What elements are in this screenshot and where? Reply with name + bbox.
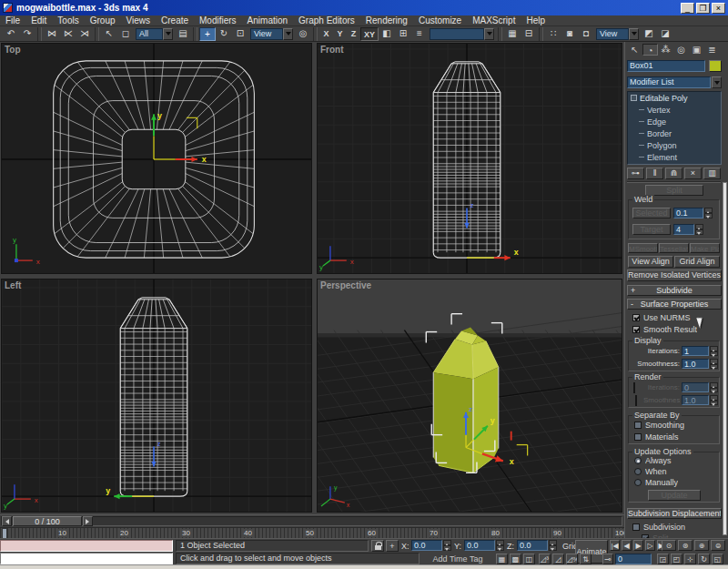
render-scene-icon[interactable]: ◙ bbox=[561, 27, 578, 41]
title-bar[interactable]: mogwaibottle.max - 3ds max 4 _ ❐ × bbox=[0, 0, 728, 15]
quick-render-icon[interactable]: ◩ bbox=[641, 27, 657, 41]
current-frame-field[interactable]: 0 bbox=[615, 554, 652, 564]
material-editor-icon[interactable]: ∷ bbox=[545, 27, 561, 41]
time-slider-track[interactable] bbox=[1, 516, 622, 526]
subdivision-checkbox[interactable] bbox=[632, 523, 640, 531]
stack-subobject-edge[interactable]: Edge bbox=[628, 116, 721, 127]
viewport-label-front[interactable]: Front bbox=[320, 45, 344, 55]
tab-modify-icon[interactable]: ◔ bbox=[642, 44, 658, 56]
arc-rotate-icon[interactable]: ↻ bbox=[698, 554, 710, 564]
use-nurms-checkbox[interactable] bbox=[632, 314, 640, 321]
viewport-front[interactable]: Front zxxy bbox=[317, 43, 622, 274]
smoothness-field[interactable]: 1.0 bbox=[682, 359, 709, 369]
rollout-collapse-icon[interactable]: - bbox=[631, 300, 633, 309]
smoothness-spinner[interactable] bbox=[710, 359, 718, 369]
smooth-result-row[interactable]: Smooth Result bbox=[632, 325, 697, 334]
viewport-label-top[interactable]: Top bbox=[5, 45, 21, 55]
array-icon[interactable]: ⊞ bbox=[395, 27, 411, 41]
unlink-icon[interactable]: ⋉ bbox=[60, 27, 76, 41]
update-manual-row[interactable]: Manually bbox=[634, 478, 678, 487]
make-unique-icon[interactable]: ⋒ bbox=[665, 168, 682, 179]
dropdown-arrow-icon[interactable] bbox=[163, 28, 173, 40]
menu-item-graph-editors[interactable]: Graph Editors bbox=[293, 15, 360, 25]
select-by-name-icon[interactable]: ▤ bbox=[175, 27, 191, 41]
when-radio[interactable] bbox=[634, 468, 642, 475]
menu-item-group[interactable]: Group bbox=[85, 15, 121, 25]
spinner-snap-icon[interactable]: ⇅ bbox=[580, 554, 592, 564]
viewport-perspective[interactable]: Perspective zyxyx bbox=[317, 279, 622, 513]
select-object-icon[interactable]: ↖ bbox=[101, 27, 117, 41]
restrict-z-button[interactable]: Z bbox=[347, 27, 360, 41]
restrict-x-button[interactable]: X bbox=[319, 27, 333, 41]
rollout-subdivide[interactable]: + Subdivide bbox=[627, 285, 722, 296]
coord-system-dropdown[interactable]: View bbox=[250, 28, 293, 40]
stack-subobject-border[interactable]: Border bbox=[628, 127, 721, 139]
zoom-all-icon[interactable]: ⊛ bbox=[678, 540, 693, 551]
iterations-spinner[interactable] bbox=[710, 346, 718, 356]
materials-row[interactable]: Materials bbox=[634, 432, 679, 442]
object-name-field[interactable]: Box01 bbox=[627, 60, 705, 72]
tab-utilities-icon[interactable]: ≣ bbox=[704, 44, 720, 56]
fov-icon[interactable]: ◰ bbox=[671, 554, 682, 564]
track-view-icon[interactable]: ▦ bbox=[504, 27, 521, 41]
update-always-row[interactable]: Always bbox=[634, 456, 672, 465]
viewport-label-perspective[interactable]: Perspective bbox=[320, 280, 371, 290]
time-slider-prev-icon[interactable] bbox=[2, 516, 12, 526]
smoothing-checkbox[interactable] bbox=[634, 422, 642, 429]
next-frame-icon[interactable]: ▷ bbox=[645, 540, 655, 551]
menu-item-rendering[interactable]: Rendering bbox=[360, 15, 413, 25]
select-move-icon[interactable]: + bbox=[199, 27, 216, 41]
percent-snap-icon[interactable]: ◿% bbox=[566, 554, 578, 564]
stack-subobject-vertex[interactable]: Vertex bbox=[628, 104, 721, 116]
y-coord-field[interactable]: 0.0 bbox=[464, 540, 495, 551]
angle-snap-icon[interactable]: ◿ bbox=[552, 554, 564, 564]
dropdown-arrow-icon[interactable] bbox=[629, 28, 639, 40]
select-link-icon[interactable]: ⋈ bbox=[44, 27, 60, 41]
panel-scrollbar[interactable] bbox=[723, 182, 727, 535]
menu-item-create[interactable]: Create bbox=[156, 15, 194, 25]
select-rotate-icon[interactable]: ↻ bbox=[216, 27, 232, 41]
menu-item-edit[interactable]: Edit bbox=[25, 15, 52, 25]
view-align-button[interactable]: View Align bbox=[628, 256, 673, 268]
remove-modifier-icon[interactable]: × bbox=[684, 168, 702, 179]
restrict-xy-button[interactable]: XY bbox=[360, 27, 379, 41]
tab-display-icon[interactable]: ▣ bbox=[689, 44, 704, 56]
maxscript-listener-field[interactable] bbox=[0, 553, 173, 564]
restore-button[interactable]: ❐ bbox=[696, 3, 710, 14]
selection-lock-button[interactable] bbox=[371, 540, 384, 552]
weld-selected-spinner[interactable] bbox=[704, 208, 713, 218]
menu-item-modifiers[interactable]: Modifiers bbox=[194, 15, 242, 25]
undo-icon[interactable]: ↶ bbox=[3, 27, 19, 41]
modifier-list-dropdown[interactable]: Modifier List bbox=[627, 76, 711, 88]
object-color-swatch[interactable] bbox=[709, 60, 722, 72]
perspective-viewport-canvas[interactable]: zyxyx bbox=[318, 279, 622, 512]
menu-item-maxscript[interactable]: MAXScript bbox=[467, 15, 521, 25]
render-region-icon[interactable]: ◪ bbox=[657, 27, 673, 41]
x-coord-field[interactable]: 0.0 bbox=[411, 540, 442, 551]
stack-subobject-element[interactable]: Element bbox=[628, 151, 721, 163]
z-coord-spinner[interactable] bbox=[549, 540, 557, 551]
pan-icon[interactable]: ⊹ bbox=[684, 554, 696, 564]
track-bar[interactable]: 102030405060708090100 bbox=[0, 527, 624, 538]
menu-item-file[interactable]: File bbox=[0, 15, 25, 25]
subdivision-row[interactable]: Subdivision bbox=[632, 523, 685, 532]
smoothing-row[interactable]: Smoothing bbox=[634, 421, 684, 430]
y-coord-spinner[interactable] bbox=[496, 540, 504, 551]
align-icon[interactable]: ≡ bbox=[411, 27, 428, 41]
use-nurms-row[interactable]: Use NURMS bbox=[632, 313, 691, 322]
tab-create-icon[interactable]: ↖ bbox=[627, 44, 642, 56]
rollout-expand-icon[interactable]: + bbox=[631, 286, 635, 295]
top-viewport-canvas[interactable]: yxyx bbox=[2, 44, 311, 273]
schematic-view-icon[interactable]: ⊟ bbox=[521, 27, 537, 41]
configure-stack-icon[interactable]: ▥ bbox=[703, 168, 721, 179]
redo-icon[interactable]: ↷ bbox=[19, 27, 35, 41]
zoom-extents-icon[interactable]: ⊕ bbox=[694, 540, 709, 551]
weld-target-field[interactable]: 4 bbox=[673, 224, 694, 235]
x-coord-spinner[interactable] bbox=[443, 540, 451, 551]
always-radio[interactable] bbox=[634, 457, 642, 464]
snap-preset-icon-1[interactable]: ▦ bbox=[496, 554, 508, 564]
zoom-extents-all-icon[interactable]: ⊜ bbox=[711, 540, 725, 551]
rollout-subdivision-displacement[interactable]: Subdivision Displacement bbox=[627, 508, 722, 519]
stack-subobject-polygon[interactable]: Polygon bbox=[628, 139, 721, 151]
key-mode-icon[interactable]: ⊸ bbox=[602, 554, 613, 564]
